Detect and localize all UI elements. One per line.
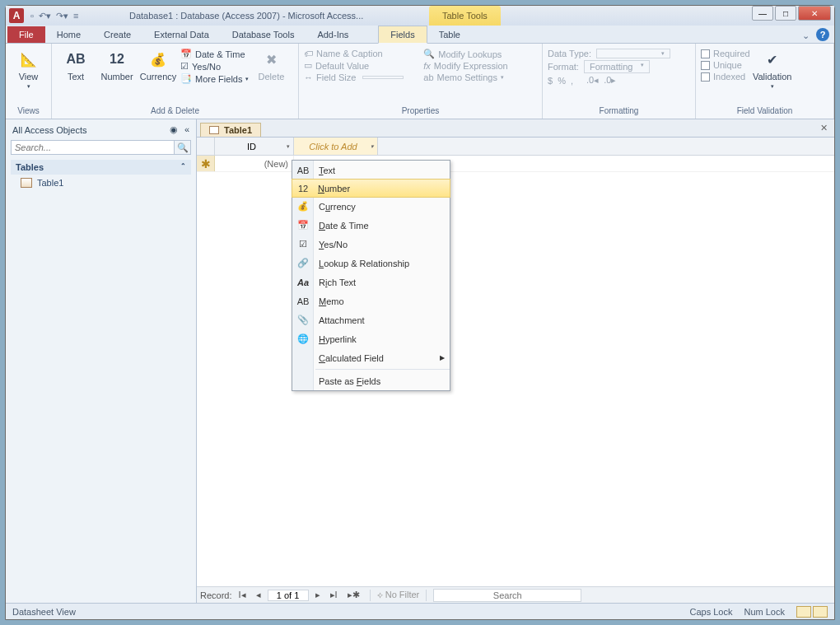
nav-item-table1[interactable]: Table1	[6, 175, 196, 191]
nav-section-tables[interactable]: Tables⌃	[11, 160, 191, 175]
menu-item-hyperlink[interactable]: 🌐Hyperlink	[292, 329, 450, 348]
ribbon: 📐View▾ Views ABText 12Number 💰Currency 📅…	[6, 44, 834, 119]
chevron-down-icon[interactable]: ▾	[371, 143, 374, 150]
status-num-lock: Num Lock	[744, 607, 785, 617]
select-all-cell[interactable]	[197, 138, 215, 155]
qat-dropdown-icon[interactable]: ≡	[73, 11, 78, 21]
menu-item-attachment[interactable]: 📎Attachment	[292, 310, 450, 329]
view-button[interactable]: 📐View▾	[11, 49, 46, 90]
minimize-button[interactable]: —	[752, 6, 773, 21]
datatype-label: Data Type:	[548, 49, 591, 58]
menu-item-lookup[interactable]: 🔗Lookup & Relationship	[292, 254, 450, 273]
record-position-input[interactable]	[268, 590, 309, 601]
yesno-field-button[interactable]: ☑Yes/No	[180, 61, 249, 72]
richtext-icon: Aa	[296, 278, 310, 287]
checkbox-icon: ☑	[296, 239, 310, 250]
menu-separator	[315, 369, 450, 370]
tab-add-ins[interactable]: Add-Ins	[306, 26, 360, 43]
field-size-button[interactable]: ↔Field Size	[304, 72, 404, 82]
next-record-button[interactable]: ▸	[312, 590, 324, 600]
text-field-button[interactable]: ABText	[57, 49, 95, 82]
status-view-label: Datasheet View	[12, 607, 76, 617]
number-format-buttons[interactable]: $%,.0◂.0▸	[548, 75, 616, 86]
fx-icon: fx	[423, 61, 431, 71]
modify-expression-button[interactable]: fxModify Expression	[423, 61, 507, 71]
table-icon	[209, 126, 219, 134]
menu-item-currency[interactable]: 💰Currency	[292, 197, 450, 216]
datasheet-view-button[interactable]	[796, 606, 811, 618]
tab-create[interactable]: Create	[92, 26, 142, 43]
undo-icon[interactable]: ↶▾	[39, 11, 51, 21]
window-title: Database1 : Database (Access 2007) - Mic…	[129, 11, 363, 21]
indexed-checkbox[interactable]: Indexed	[701, 72, 750, 82]
menu-item-yesno[interactable]: ☑Yes/No	[292, 235, 450, 254]
save-icon[interactable]: ▫	[30, 11, 34, 21]
record-search-input[interactable]	[433, 589, 581, 602]
group-field-validation-label: Field Validation	[701, 106, 828, 117]
tab-file[interactable]: File	[7, 26, 45, 43]
menu-item-richtext[interactable]: AaRich Text	[292, 273, 450, 292]
record-label: Record:	[200, 590, 232, 600]
group-formatting-label: Formatting	[548, 106, 690, 117]
close-button[interactable]: ✕	[798, 6, 831, 21]
menu-item-memo[interactable]: ABMemo	[292, 292, 450, 310]
currency-icon: 💰	[147, 49, 169, 70]
menu-item-number[interactable]: 12Number	[292, 179, 450, 198]
more-fields-button[interactable]: 📑More Fields ▾	[180, 73, 249, 84]
table-icon	[21, 178, 32, 188]
new-row-indicator-icon[interactable]: ✱	[197, 156, 215, 171]
modify-lookups-button[interactable]: 🔍Modify Lookups	[423, 49, 507, 59]
delete-field-button[interactable]: ✖Delete	[252, 49, 290, 82]
cell-id-new[interactable]: (New)	[215, 156, 294, 171]
filter-indicator[interactable]: ⟡ No Filter	[377, 590, 420, 600]
document-tabs: Table1 ✕	[197, 119, 834, 138]
tab-database-tools[interactable]: Database Tools	[221, 26, 306, 43]
text-icon: AB	[65, 49, 86, 70]
design-view-button[interactable]	[813, 606, 828, 618]
first-record-button[interactable]: I◂	[236, 590, 250, 600]
nav-search-input[interactable]	[11, 140, 175, 155]
last-record-button[interactable]: ▸I	[327, 590, 341, 600]
document-close-icon[interactable]: ✕	[820, 123, 828, 133]
column-header-id[interactable]: ID▾	[215, 138, 294, 155]
title-bar: A ▫ ↶▾ ↷▾ ≡ Database1 : Database (Access…	[6, 6, 834, 26]
name-caption-button[interactable]: 🏷Name & Caption	[304, 49, 404, 58]
menu-item-text[interactable]: ABText	[292, 161, 450, 180]
default-value-button[interactable]: ▭Default Value	[304, 60, 404, 71]
redo-icon[interactable]: ↷▾	[56, 11, 68, 21]
app-icon: A	[9, 8, 24, 23]
new-record-button[interactable]: ▸✱	[344, 590, 363, 600]
group-add-delete-label: Add & Delete	[57, 106, 293, 117]
tab-home[interactable]: Home	[45, 26, 92, 43]
nav-collapse-icon[interactable]: «	[184, 124, 189, 134]
format-label: Format:	[548, 62, 579, 72]
nav-title: All Access Objects	[12, 125, 86, 135]
menu-item-calculated[interactable]: Calculated Field▶	[292, 348, 450, 367]
tab-external-data[interactable]: External Data	[142, 26, 221, 43]
help-icon[interactable]: ?	[816, 28, 829, 41]
number-field-button[interactable]: 12Number	[98, 49, 136, 82]
memo-settings-button[interactable]: abMemo Settings ▾	[423, 72, 507, 82]
menu-item-paste-fields[interactable]: Paste as Fields	[292, 371, 450, 390]
menu-item-datetime[interactable]: 📅Date & Time	[292, 216, 450, 235]
chevron-down-icon[interactable]: ▾	[287, 143, 290, 150]
datatype-dropdown[interactable]: ▾	[596, 49, 670, 58]
unique-checkbox[interactable]: Unique	[701, 60, 750, 70]
prev-record-button[interactable]: ◂	[253, 590, 264, 600]
group-properties-label: Properties	[304, 106, 537, 117]
nav-filter-icon[interactable]: ◉	[170, 124, 178, 134]
document-tab-table1[interactable]: Table1	[200, 123, 261, 137]
collapse-ribbon-icon[interactable]: ⌄	[802, 30, 810, 41]
tab-table[interactable]: Table	[427, 26, 472, 43]
tab-fields[interactable]: Fields	[378, 26, 427, 44]
search-icon[interactable]: 🔍	[175, 140, 191, 155]
maximize-button[interactable]: □	[775, 6, 796, 21]
datetime-field-button[interactable]: 📅Date & Time	[180, 49, 249, 59]
currency-field-button[interactable]: 💰Currency	[139, 49, 177, 82]
lookup-icon: 🔍	[423, 49, 435, 59]
format-dropdown[interactable]: Formatting▾	[584, 60, 650, 73]
column-header-click-to-add[interactable]: Click to Add▾	[294, 138, 378, 155]
memo-icon: ab	[423, 72, 433, 82]
validation-button[interactable]: ✔Validation▾	[754, 49, 791, 90]
required-checkbox[interactable]: Required	[701, 49, 750, 58]
